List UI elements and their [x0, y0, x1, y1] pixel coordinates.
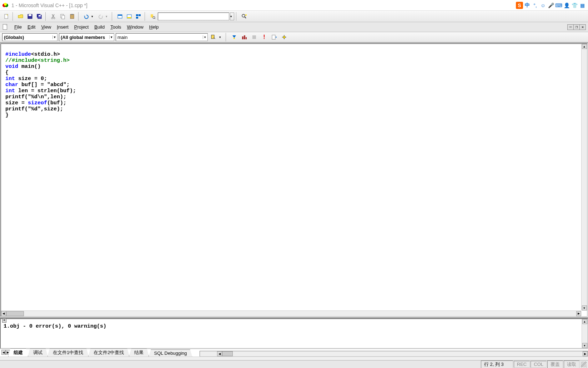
svg-rect-18: [127, 17, 131, 18]
menu-tools[interactable]: Tools: [107, 23, 124, 31]
save-all-button[interactable]: [35, 12, 44, 21]
go-button[interactable]: [270, 33, 278, 41]
cursor-position: 行 2, 列 3: [481, 360, 513, 368]
code-token: #include: [5, 51, 31, 58]
output-horizontal-scrollbar[interactable]: ◀ ▶: [200, 351, 588, 357]
undo-button[interactable]: [82, 12, 91, 21]
tab-result[interactable]: 结果: [129, 348, 149, 357]
ime-person-icon[interactable]: 👤: [563, 2, 570, 9]
output-vertical-scrollbar[interactable]: ▲ ▼: [582, 319, 587, 348]
ime-grid-icon[interactable]: ▦: [579, 2, 586, 9]
mdi-restore-button[interactable]: ❐: [573, 24, 580, 30]
find-in-files-button[interactable]: [149, 12, 157, 21]
mdi-window-controls: ─ ❐ ✕: [568, 24, 586, 30]
status-ovr: 覆盖: [547, 360, 563, 368]
wizard-toolbar: (Globals)▾ (All global members▾ main▾ ▾ …: [0, 32, 588, 43]
editor-content[interactable]: #include<stdio.h> //#include<string.h> v…: [1, 44, 587, 316]
tab-build[interactable]: 组建: [8, 348, 28, 357]
code-comment: //#include<string.h>: [5, 58, 70, 64]
output-close-button[interactable]: ×: [2, 318, 6, 323]
compile-button[interactable]: [230, 33, 238, 41]
scroll-down-icon[interactable]: ▼: [582, 305, 587, 310]
undo-dropdown[interactable]: ▾: [91, 15, 96, 18]
svg-point-27: [245, 14, 247, 16]
redo-dropdown[interactable]: ▾: [106, 15, 110, 18]
cut-button[interactable]: [49, 12, 58, 21]
save-button[interactable]: [26, 12, 34, 21]
svg-point-25: [242, 14, 245, 17]
tab-nav-left-icon[interactable]: ◀: [1, 350, 6, 355]
separator: [0, 357, 588, 360]
paste-button[interactable]: [68, 12, 76, 21]
editor-horizontal-scrollbar[interactable]: ◀ ▶: [1, 310, 581, 316]
ime-keyboard-icon[interactable]: ⌨: [555, 2, 562, 9]
svg-rect-32: [244, 35, 245, 39]
new-button[interactable]: [2, 12, 11, 21]
status-read: 读取: [564, 360, 579, 368]
code-keyword: int: [5, 88, 15, 94]
function-dropdown[interactable]: main▾: [116, 33, 208, 41]
ime-punct-icon[interactable]: °,: [532, 2, 539, 9]
window-title: 1 - Microsoft Visual C++ - [1.cpp *]: [11, 3, 516, 8]
resize-grip-icon[interactable]: [581, 362, 587, 367]
svg-line-26: [245, 17, 246, 18]
menu-file[interactable]: FFileile: [11, 23, 25, 31]
menu-help[interactable]: Help: [146, 23, 162, 31]
menu-project[interactable]: Project: [71, 23, 91, 31]
svg-rect-20: [139, 14, 141, 16]
mdi-close-button[interactable]: ✕: [579, 24, 586, 30]
menu-bar: FFileile Edit View Insert Project Build …: [0, 22, 588, 32]
tab-sql[interactable]: SQL Debugging: [149, 349, 192, 357]
svg-rect-16: [118, 15, 122, 16]
scroll-thumb[interactable]: [6, 311, 24, 316]
sogou-icon[interactable]: S: [516, 2, 523, 9]
menu-edit[interactable]: Edit: [25, 23, 38, 31]
scroll-up-icon[interactable]: ▲: [582, 319, 587, 324]
mdi-minimize-button[interactable]: ─: [567, 24, 574, 30]
svg-rect-5: [29, 14, 31, 16]
workspace-button[interactable]: [116, 12, 124, 21]
goto-button[interactable]: [209, 33, 218, 41]
find-button[interactable]: [240, 12, 248, 21]
menu-window[interactable]: Window: [124, 23, 146, 31]
goto-dropdown[interactable]: ▾: [219, 35, 223, 39]
output-button[interactable]: [125, 12, 134, 21]
scroll-down-icon[interactable]: ▼: [582, 343, 587, 348]
svg-rect-30: [233, 38, 235, 39]
build-button[interactable]: [240, 33, 248, 41]
window-list-button[interactable]: [134, 12, 143, 21]
tab-find1[interactable]: 在文件1中查找: [47, 348, 89, 357]
ime-mic-icon[interactable]: 🎤: [547, 2, 554, 9]
title-bar: 1 - Microsoft Visual C++ - [1.cpp *] S 中…: [0, 0, 588, 11]
find-dropdown[interactable]: ▾: [230, 13, 234, 20]
scroll-left-icon[interactable]: ◀: [217, 351, 222, 356]
copy-button[interactable]: [59, 12, 67, 21]
scroll-thumb[interactable]: [222, 351, 233, 356]
menu-view[interactable]: View: [38, 23, 54, 31]
file-icon: [2, 24, 9, 30]
menu-insert[interactable]: Insert: [54, 23, 71, 31]
redo-button[interactable]: [96, 12, 105, 21]
output-content[interactable]: × 1.obj - 0 error(s), 0 warning(s) ▲ ▼: [0, 318, 588, 349]
find-combo[interactable]: [158, 13, 229, 20]
tab-debug[interactable]: 调试: [28, 348, 48, 357]
scroll-right-icon[interactable]: ▶: [583, 351, 588, 356]
members-dropdown[interactable]: (All global members▾: [59, 33, 114, 41]
code-keyword: void: [5, 64, 18, 70]
tab-find2[interactable]: 在文件2中查找: [88, 348, 129, 357]
ime-smile-icon[interactable]: ☺: [539, 2, 547, 9]
scroll-left-icon[interactable]: ◀: [1, 311, 6, 316]
ime-shirt-icon[interactable]: 👕: [571, 2, 578, 9]
scope-dropdown[interactable]: (Globals)▾: [2, 33, 57, 41]
scroll-up-icon[interactable]: ▲: [582, 44, 587, 49]
open-button[interactable]: [16, 12, 25, 21]
execute-button[interactable]: !: [260, 33, 268, 41]
menu-build[interactable]: Build: [91, 23, 107, 31]
scroll-right-icon[interactable]: ▶: [576, 311, 581, 316]
editor-vertical-scrollbar[interactable]: ▲ ▼: [581, 44, 587, 310]
breakpoint-button[interactable]: [280, 33, 288, 41]
ime-lang-icon[interactable]: 中: [524, 2, 531, 9]
code-keyword: sizeof: [28, 100, 47, 106]
stop-build-button[interactable]: [250, 33, 258, 41]
code-editor[interactable]: #include<stdio.h> //#include<string.h> v…: [0, 43, 588, 317]
